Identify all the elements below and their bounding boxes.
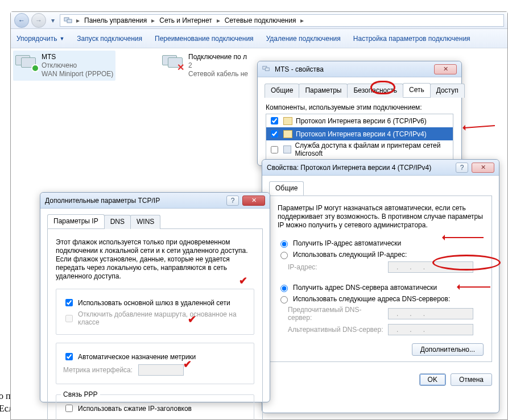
protocol-icon bbox=[283, 117, 292, 125]
tabstrip: Параметры IP DNS WINS bbox=[47, 214, 263, 229]
component-ipv4[interactable]: Протокол Интернета версии 4 (TCP/IPv4) bbox=[266, 127, 453, 140]
ip-auto-radio-row[interactable]: Получить IP-адрес автоматически bbox=[278, 239, 484, 248]
titlebar[interactable]: Свойства: Протокол Интернета версии 4 (T… bbox=[262, 160, 499, 176]
connection-line2: 2 bbox=[188, 61, 248, 70]
tab-security[interactable]: Безопасность bbox=[347, 84, 403, 98]
tab-parameters[interactable]: Параметры bbox=[299, 84, 348, 98]
breadcrumb-chevron-icon: ▸ bbox=[216, 16, 221, 24]
breadcrumb[interactable]: Сеть и Интернет bbox=[158, 16, 213, 24]
tab-general[interactable]: Общие bbox=[265, 84, 299, 98]
dns-pref-label: Предпочитаемый DNS-сервер: bbox=[288, 306, 385, 322]
dns-alt-label: Альтернативный DNS-сервер: bbox=[288, 326, 385, 334]
dns-manual-label: Использовать следующие адреса DNS-сервер… bbox=[293, 295, 450, 303]
network-connections-icon bbox=[64, 16, 73, 25]
dns-manual-radio[interactable] bbox=[280, 296, 288, 303]
ppp-group-label: Связь PPP bbox=[61, 390, 100, 398]
ip-manual-radio[interactable] bbox=[280, 252, 288, 259]
component-label: Протокол Интернета версии 6 (TCP/IPv6) bbox=[296, 117, 427, 125]
advanced-button[interactable]: Дополнительно... bbox=[412, 343, 484, 356]
component-file-print[interactable]: Служба доступа к файлам и принтерам сете… bbox=[266, 140, 453, 159]
close-button[interactable]: ✕ bbox=[434, 64, 457, 74]
components-label: Компоненты, используемые этим подключени… bbox=[266, 103, 453, 111]
svg-rect-3 bbox=[265, 68, 269, 70]
close-button[interactable]: ✕ bbox=[472, 163, 494, 173]
metric-input bbox=[138, 364, 184, 376]
compress-hdr-checkbox[interactable] bbox=[65, 405, 73, 412]
tabstrip: Общие bbox=[269, 181, 492, 196]
connection-device: WAN Miniport (PPPOE) bbox=[42, 70, 113, 78]
disable-route-label: Отключить добавление маршрута, основанно… bbox=[78, 310, 247, 326]
delete-connection-button[interactable]: Удаление подключения bbox=[266, 35, 341, 43]
dns-manual-radio-row[interactable]: Использовать следующие адреса DNS-сервер… bbox=[278, 294, 484, 303]
connection-name: MTS bbox=[42, 53, 113, 61]
ipv4-properties-dialog: Свойства: Протокол Интернета версии 4 (T… bbox=[262, 159, 499, 413]
component-ipv6[interactable]: Протокол Интернета версии 6 (TCP/IPv6) bbox=[266, 114, 453, 127]
connection-status: Отключено bbox=[42, 61, 113, 70]
auto-metric-label: Автоматическое назначение метрики bbox=[78, 353, 196, 361]
component-label: Протокол Интернета версии 4 (TCP/IPv4) bbox=[296, 130, 427, 138]
tab-general[interactable]: Общие bbox=[269, 181, 304, 196]
connection-status: Сетевой кабель не bbox=[188, 70, 248, 78]
titlebar[interactable]: Дополнительные параметры TCP/IP ? ✕ bbox=[40, 193, 270, 209]
component-checkbox[interactable] bbox=[271, 117, 278, 124]
nav-history-chevron-icon[interactable]: ▾ bbox=[48, 13, 57, 28]
dns-auto-radio-row[interactable]: Получить адрес DNS-сервера автоматически bbox=[278, 283, 484, 292]
component-checkbox[interactable] bbox=[271, 130, 278, 138]
status-error-icon: ✕ bbox=[177, 63, 187, 73]
intro-text: Этот флажок используется только при одно… bbox=[56, 238, 254, 281]
mts-properties-dialog: MTS - свойства ✕ Общие Параметры Безопас… bbox=[257, 61, 462, 166]
auto-metric-checkbox[interactable] bbox=[65, 353, 73, 360]
breadcrumb-chevron-icon: ▸ bbox=[75, 16, 81, 24]
connection-settings-button[interactable]: Настройка параметров подключения bbox=[353, 35, 470, 43]
auto-metric-row[interactable]: Автоматическое назначение метрики bbox=[63, 351, 247, 362]
status-ok-icon bbox=[31, 64, 39, 72]
breadcrumb[interactable]: Сетевые подключения bbox=[224, 16, 298, 24]
tab-wins[interactable]: WINS bbox=[130, 215, 160, 229]
organize-menu[interactable]: Упорядочить▼ bbox=[16, 35, 64, 43]
help-button[interactable]: ? bbox=[456, 163, 468, 173]
connection-name: Подключение по л bbox=[188, 53, 248, 61]
dialog-title: MTS - свойства bbox=[275, 65, 324, 73]
disable-route-row: Отключить добавление маршрута, основанно… bbox=[63, 310, 247, 326]
tab-ip-params[interactable]: Параметры IP bbox=[47, 214, 105, 228]
use-gateway-row[interactable]: Использовать основной шлюз в удаленной с… bbox=[63, 297, 247, 308]
nav-back-button[interactable]: ← bbox=[14, 13, 29, 28]
breadcrumb-chevron-icon: ▸ bbox=[299, 16, 305, 24]
nav-forward-button[interactable]: → bbox=[31, 13, 46, 28]
ip-address-label: IP-адрес: bbox=[288, 263, 385, 271]
tab-dns[interactable]: DNS bbox=[104, 215, 131, 229]
dialog-title: Свойства: Протокол Интернета версии 4 (T… bbox=[267, 164, 431, 172]
ip-auto-label: Получить IP-адрес автоматически bbox=[293, 239, 401, 247]
dns-auto-radio[interactable] bbox=[280, 285, 288, 292]
disable-route-checkbox bbox=[65, 315, 73, 322]
component-label: Служба доступа к файлам и принтерам сете… bbox=[295, 142, 451, 157]
connection-item-lan[interactable]: ✕ Подключение по л 2 Сетевой кабель не bbox=[160, 51, 250, 81]
connection-item-mts[interactable]: MTS Отключено WAN Miniport (PPPOE) bbox=[13, 51, 115, 81]
use-gateway-label: Использовать основной шлюз в удаленной с… bbox=[78, 299, 230, 307]
chevron-down-icon: ▼ bbox=[59, 36, 64, 41]
tab-access[interactable]: Доступ bbox=[430, 84, 465, 98]
compress-hdr-row[interactable]: Использовать сжатие IP-заголовков bbox=[63, 403, 247, 414]
ip-address-input bbox=[388, 261, 473, 273]
breadcrumb[interactable]: Панель управления bbox=[83, 16, 148, 24]
ip-auto-radio[interactable] bbox=[280, 240, 288, 248]
use-gateway-checkbox[interactable] bbox=[65, 299, 73, 306]
close-button[interactable]: ✕ bbox=[242, 196, 265, 206]
dns-alt-input bbox=[388, 324, 473, 335]
dialog-title: Дополнительные параметры TCP/IP bbox=[45, 197, 160, 205]
svg-rect-1 bbox=[67, 19, 72, 23]
tab-network[interactable]: Сеть bbox=[403, 83, 431, 97]
intro-text: Параметры IP могут назначаться автоматич… bbox=[278, 204, 484, 230]
titlebar[interactable]: MTS - свойства ✕ bbox=[258, 61, 461, 77]
rename-connection-button[interactable]: Переименование подключения bbox=[155, 35, 254, 43]
breadcrumb-chevron-icon: ▸ bbox=[150, 16, 156, 24]
ok-button[interactable]: OK bbox=[419, 373, 446, 386]
dns-pref-input bbox=[388, 308, 473, 319]
ip-manual-radio-row[interactable]: Использовать следующий IP-адрес: bbox=[278, 250, 484, 259]
component-checkbox[interactable] bbox=[271, 146, 278, 153]
start-connection-button[interactable]: Запуск подключения bbox=[77, 35, 142, 43]
help-button[interactable]: ? bbox=[226, 196, 239, 206]
metric-label: Метрика интерфейса: bbox=[63, 366, 133, 374]
cancel-button[interactable]: Отмена bbox=[451, 373, 492, 386]
address-field[interactable]: ▸ Панель управления ▸ Сеть и Интернет ▸ … bbox=[60, 14, 504, 27]
